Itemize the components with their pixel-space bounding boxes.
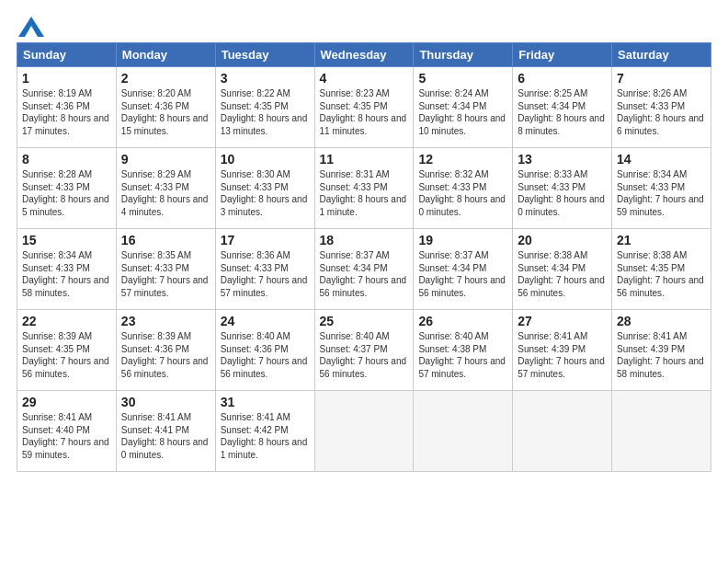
calendar-cell: 4Sunrise: 8:23 AMSunset: 4:35 PMDaylight… <box>314 67 414 148</box>
day-number: 9 <box>121 152 210 167</box>
day-number: 21 <box>617 233 706 247</box>
day-number: 19 <box>418 233 507 247</box>
cell-text: Sunrise: 8:38 AMSunset: 4:34 PMDaylight:… <box>518 249 607 299</box>
weekday-header-friday: Friday <box>513 43 612 67</box>
cell-text: Sunrise: 8:23 AMSunset: 4:35 PMDaylight:… <box>320 87 409 137</box>
day-number: 14 <box>617 152 706 167</box>
calendar-cell: 5Sunrise: 8:24 AMSunset: 4:34 PMDaylight… <box>414 67 513 148</box>
cell-text: Sunrise: 8:40 AMSunset: 4:37 PMDaylight:… <box>320 330 409 380</box>
calendar-cell <box>612 391 711 472</box>
weekday-header-thursday: Thursday <box>414 43 513 67</box>
calendar-cell: 27Sunrise: 8:41 AMSunset: 4:39 PMDayligh… <box>513 310 612 391</box>
cell-text: Sunrise: 8:35 AMSunset: 4:33 PMDaylight:… <box>121 249 210 299</box>
calendar-cell: 12Sunrise: 8:32 AMSunset: 4:33 PMDayligh… <box>414 148 513 229</box>
cell-text: Sunrise: 8:29 AMSunset: 4:33 PMDaylight:… <box>121 168 210 218</box>
cell-text: Sunrise: 8:22 AMSunset: 4:35 PMDaylight:… <box>221 87 310 137</box>
calendar: SundayMondayTuesdayWednesdayThursdayFrid… <box>17 42 711 472</box>
calendar-cell: 9Sunrise: 8:29 AMSunset: 4:33 PMDaylight… <box>116 148 215 229</box>
day-number: 18 <box>320 233 409 247</box>
day-number: 10 <box>221 152 310 167</box>
day-number: 24 <box>221 314 310 328</box>
page: SundayMondayTuesdayWednesdayThursdayFrid… <box>0 0 728 563</box>
calendar-cell: 14Sunrise: 8:34 AMSunset: 4:33 PMDayligh… <box>612 148 711 229</box>
cell-text: Sunrise: 8:33 AMSunset: 4:33 PMDaylight:… <box>518 168 607 218</box>
calendar-cell: 13Sunrise: 8:33 AMSunset: 4:33 PMDayligh… <box>513 148 612 229</box>
calendar-cell: 15Sunrise: 8:34 AMSunset: 4:33 PMDayligh… <box>17 229 117 310</box>
day-number: 4 <box>320 71 409 86</box>
day-number: 30 <box>121 395 210 409</box>
day-number: 27 <box>518 314 607 328</box>
calendar-cell: 11Sunrise: 8:31 AMSunset: 4:33 PMDayligh… <box>314 148 414 229</box>
calendar-cell: 22Sunrise: 8:39 AMSunset: 4:35 PMDayligh… <box>17 310 117 391</box>
cell-text: Sunrise: 8:37 AMSunset: 4:34 PMDaylight:… <box>320 249 409 299</box>
cell-text: Sunrise: 8:41 AMSunset: 4:39 PMDaylight:… <box>518 330 607 380</box>
calendar-cell <box>513 391 612 472</box>
calendar-cell <box>314 391 414 472</box>
day-number: 5 <box>418 71 507 86</box>
calendar-cell: 18Sunrise: 8:37 AMSunset: 4:34 PMDayligh… <box>314 229 414 310</box>
calendar-cell: 2Sunrise: 8:20 AMSunset: 4:36 PMDaylight… <box>116 67 215 148</box>
cell-text: Sunrise: 8:20 AMSunset: 4:36 PMDaylight:… <box>121 87 210 137</box>
weekday-header-wednesday: Wednesday <box>314 43 414 67</box>
calendar-cell: 3Sunrise: 8:22 AMSunset: 4:35 PMDaylight… <box>215 67 314 148</box>
cell-text: Sunrise: 8:32 AMSunset: 4:33 PMDaylight:… <box>418 168 507 218</box>
cell-text: Sunrise: 8:19 AMSunset: 4:36 PMDaylight:… <box>22 87 111 137</box>
day-number: 25 <box>320 314 409 328</box>
day-number: 7 <box>617 71 706 86</box>
cell-text: Sunrise: 8:26 AMSunset: 4:33 PMDaylight:… <box>617 87 706 137</box>
day-number: 3 <box>221 71 310 86</box>
cell-text: Sunrise: 8:25 AMSunset: 4:34 PMDaylight:… <box>518 87 607 137</box>
calendar-cell: 23Sunrise: 8:39 AMSunset: 4:36 PMDayligh… <box>116 310 215 391</box>
header <box>17 17 711 33</box>
day-number: 8 <box>22 152 111 167</box>
cell-text: Sunrise: 8:36 AMSunset: 4:33 PMDaylight:… <box>221 249 310 299</box>
day-number: 6 <box>518 71 607 86</box>
calendar-cell: 8Sunrise: 8:28 AMSunset: 4:33 PMDaylight… <box>17 148 117 229</box>
calendar-cell: 16Sunrise: 8:35 AMSunset: 4:33 PMDayligh… <box>116 229 215 310</box>
logo-icon <box>18 17 44 37</box>
cell-text: Sunrise: 8:39 AMSunset: 4:35 PMDaylight:… <box>22 330 111 380</box>
calendar-cell: 19Sunrise: 8:37 AMSunset: 4:34 PMDayligh… <box>414 229 513 310</box>
weekday-header-sunday: Sunday <box>17 43 117 67</box>
day-number: 17 <box>221 233 310 247</box>
day-number: 20 <box>518 233 607 247</box>
day-number: 11 <box>320 152 409 167</box>
calendar-cell: 7Sunrise: 8:26 AMSunset: 4:33 PMDaylight… <box>612 67 711 148</box>
cell-text: Sunrise: 8:40 AMSunset: 4:38 PMDaylight:… <box>418 330 507 380</box>
cell-text: Sunrise: 8:28 AMSunset: 4:33 PMDaylight:… <box>22 168 111 218</box>
day-number: 23 <box>121 314 210 328</box>
cell-text: Sunrise: 8:41 AMSunset: 4:39 PMDaylight:… <box>617 330 706 380</box>
calendar-cell: 1Sunrise: 8:19 AMSunset: 4:36 PMDaylight… <box>17 67 117 148</box>
calendar-cell: 25Sunrise: 8:40 AMSunset: 4:37 PMDayligh… <box>314 310 414 391</box>
cell-text: Sunrise: 8:24 AMSunset: 4:34 PMDaylight:… <box>418 87 507 137</box>
calendar-cell: 6Sunrise: 8:25 AMSunset: 4:34 PMDaylight… <box>513 67 612 148</box>
day-number: 16 <box>121 233 210 247</box>
calendar-cell: 21Sunrise: 8:38 AMSunset: 4:35 PMDayligh… <box>612 229 711 310</box>
day-number: 15 <box>22 233 111 247</box>
cell-text: Sunrise: 8:38 AMSunset: 4:35 PMDaylight:… <box>617 249 706 299</box>
day-number: 31 <box>221 395 310 409</box>
weekday-header-monday: Monday <box>116 43 215 67</box>
cell-text: Sunrise: 8:41 AMSunset: 4:40 PMDaylight:… <box>22 411 111 461</box>
calendar-cell: 10Sunrise: 8:30 AMSunset: 4:33 PMDayligh… <box>215 148 314 229</box>
calendar-cell: 24Sunrise: 8:40 AMSunset: 4:36 PMDayligh… <box>215 310 314 391</box>
day-number: 28 <box>617 314 706 328</box>
cell-text: Sunrise: 8:34 AMSunset: 4:33 PMDaylight:… <box>617 168 706 218</box>
calendar-cell: 17Sunrise: 8:36 AMSunset: 4:33 PMDayligh… <box>215 229 314 310</box>
day-number: 2 <box>121 71 210 86</box>
cell-text: Sunrise: 8:30 AMSunset: 4:33 PMDaylight:… <box>221 168 310 218</box>
cell-text: Sunrise: 8:39 AMSunset: 4:36 PMDaylight:… <box>121 330 210 380</box>
cell-text: Sunrise: 8:37 AMSunset: 4:34 PMDaylight:… <box>418 249 507 299</box>
day-number: 26 <box>418 314 507 328</box>
weekday-header-tuesday: Tuesday <box>215 43 314 67</box>
cell-text: Sunrise: 8:41 AMSunset: 4:42 PMDaylight:… <box>221 411 310 461</box>
cell-text: Sunrise: 8:31 AMSunset: 4:33 PMDaylight:… <box>320 168 409 218</box>
calendar-cell: 30Sunrise: 8:41 AMSunset: 4:41 PMDayligh… <box>116 391 215 472</box>
day-number: 22 <box>22 314 111 328</box>
logo <box>17 17 44 33</box>
calendar-cell: 31Sunrise: 8:41 AMSunset: 4:42 PMDayligh… <box>215 391 314 472</box>
day-number: 13 <box>518 152 607 167</box>
calendar-cell: 20Sunrise: 8:38 AMSunset: 4:34 PMDayligh… <box>513 229 612 310</box>
cell-text: Sunrise: 8:41 AMSunset: 4:41 PMDaylight:… <box>121 411 210 461</box>
calendar-cell: 29Sunrise: 8:41 AMSunset: 4:40 PMDayligh… <box>17 391 117 472</box>
